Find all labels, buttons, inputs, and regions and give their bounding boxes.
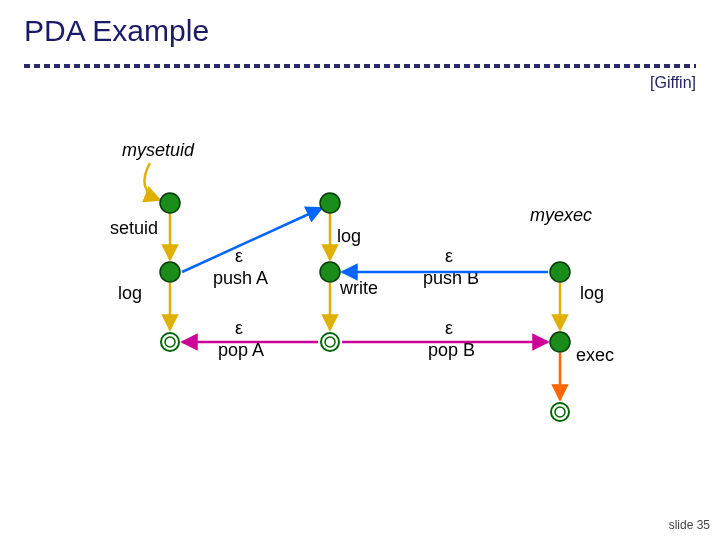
node-e1 bbox=[550, 262, 570, 282]
svg-point-5 bbox=[555, 407, 565, 417]
node-s1 bbox=[160, 193, 180, 213]
node-exit bbox=[551, 403, 569, 421]
node-m3 bbox=[321, 333, 339, 351]
edge-push-A bbox=[182, 208, 322, 272]
pda-diagram bbox=[0, 0, 720, 540]
node-e2 bbox=[550, 332, 570, 352]
edge-entry-mysetuid bbox=[144, 163, 160, 200]
node-m1 bbox=[320, 193, 340, 213]
svg-point-1 bbox=[165, 337, 175, 347]
svg-point-3 bbox=[325, 337, 335, 347]
node-s2 bbox=[160, 262, 180, 282]
node-m2 bbox=[320, 262, 340, 282]
node-s3 bbox=[161, 333, 179, 351]
